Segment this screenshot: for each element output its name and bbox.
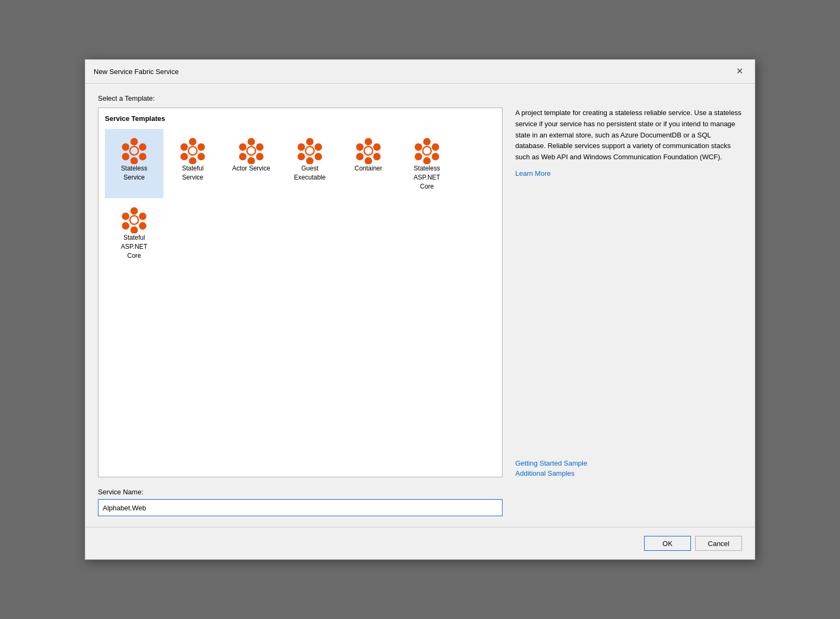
- svg-point-25: [298, 153, 305, 160]
- service-name-input[interactable]: [98, 499, 503, 516]
- svg-point-21: [306, 138, 314, 145]
- templates-grid: StatelessService: [105, 129, 496, 268]
- svg-point-15: [256, 143, 263, 151]
- svg-point-45: [130, 226, 138, 233]
- getting-started-link[interactable]: Getting Started Sample: [515, 459, 742, 467]
- svg-point-23: [315, 153, 322, 160]
- template-stateless-aspnet-core-label: StatelessASP.NETCore: [414, 164, 440, 191]
- template-actor-service[interactable]: Actor Service: [222, 129, 281, 198]
- svg-point-12: [180, 143, 188, 151]
- svg-point-19: [239, 143, 246, 151]
- svg-point-16: [256, 153, 263, 160]
- template-guest-executable-label: GuestExecutable: [294, 164, 325, 182]
- dialog-footer: OK Cancel: [85, 527, 755, 559]
- templates-panel: Service Templates: [98, 108, 503, 477]
- template-container-label: Container: [355, 164, 382, 173]
- dialog: New Service Fabric Service ✕ Select a Te…: [85, 59, 755, 560]
- info-panel: A project template for creating a statel…: [515, 108, 742, 477]
- svg-point-37: [432, 153, 439, 160]
- svg-point-18: [239, 153, 246, 160]
- template-stateful-aspnet-core[interactable]: StatefulASP.NETCore: [105, 198, 163, 267]
- stateless-service-icon: [120, 136, 148, 164]
- service-name-section: Service Name:: [98, 488, 742, 516]
- svg-point-27: [306, 146, 314, 155]
- service-name-label: Service Name:: [98, 488, 742, 496]
- svg-point-31: [365, 157, 372, 164]
- svg-point-34: [364, 146, 373, 155]
- svg-point-33: [356, 143, 364, 151]
- svg-point-7: [189, 138, 196, 145]
- additional-samples-link[interactable]: Additional Samples: [515, 469, 742, 477]
- svg-point-29: [373, 143, 381, 151]
- svg-point-40: [415, 143, 422, 151]
- template-stateful-service[interactable]: StatefulService: [163, 129, 222, 198]
- svg-point-20: [247, 146, 256, 155]
- dialog-body: Select a Template: Service Templates: [85, 84, 755, 527]
- select-template-label: Select a Template:: [98, 94, 742, 102]
- stateful-service-icon: [179, 136, 207, 164]
- svg-point-26: [298, 143, 305, 151]
- svg-point-41: [423, 146, 431, 155]
- svg-point-10: [189, 157, 196, 164]
- svg-point-2: [139, 153, 146, 160]
- svg-point-32: [356, 153, 364, 160]
- ok-button[interactable]: OK: [644, 536, 691, 551]
- template-container[interactable]: Container: [339, 129, 398, 198]
- templates-section-title: Service Templates: [105, 115, 496, 123]
- info-description: A project template for creating a statel…: [515, 108, 742, 163]
- learn-more-link[interactable]: Learn More: [515, 169, 550, 177]
- template-stateless-aspnet-core[interactable]: StatelessASP.NETCore: [398, 129, 456, 198]
- bottom-links: Getting Started Sample Additional Sample…: [515, 459, 742, 477]
- svg-point-6: [130, 146, 138, 155]
- svg-point-36: [432, 143, 439, 151]
- svg-point-1: [139, 143, 146, 151]
- svg-point-47: [122, 213, 129, 220]
- svg-point-13: [188, 146, 197, 155]
- template-stateless-service[interactable]: StatelessService: [105, 129, 163, 198]
- svg-point-4: [122, 153, 129, 160]
- svg-point-48: [130, 216, 138, 224]
- svg-point-46: [122, 222, 129, 230]
- svg-point-44: [139, 222, 146, 230]
- template-actor-service-label: Actor Service: [232, 164, 270, 173]
- actor-service-icon: [237, 136, 265, 164]
- svg-point-42: [130, 207, 138, 215]
- svg-point-43: [139, 213, 146, 220]
- svg-point-30: [373, 153, 381, 160]
- template-stateless-service-label: StatelessService: [121, 164, 147, 182]
- template-guest-executable[interactable]: GuestExecutable: [281, 129, 339, 198]
- dialog-title: New Service Fabric Service: [94, 68, 179, 76]
- svg-point-8: [197, 143, 205, 151]
- svg-point-9: [197, 153, 205, 160]
- svg-point-24: [306, 157, 314, 164]
- svg-point-0: [130, 138, 138, 145]
- svg-point-38: [423, 157, 431, 164]
- svg-point-28: [365, 138, 372, 145]
- main-content: Service Templates: [98, 108, 742, 477]
- close-button[interactable]: ✕: [733, 66, 746, 77]
- title-bar: New Service Fabric Service ✕: [85, 60, 755, 84]
- svg-point-35: [423, 138, 431, 145]
- svg-point-11: [180, 153, 188, 160]
- template-stateful-aspnet-core-label: StatefulASP.NETCore: [121, 233, 147, 260]
- cancel-button[interactable]: Cancel: [695, 536, 742, 551]
- svg-point-14: [248, 138, 255, 145]
- container-icon: [355, 136, 382, 164]
- svg-point-39: [415, 153, 422, 160]
- svg-point-17: [248, 157, 255, 164]
- svg-point-22: [315, 143, 322, 151]
- guest-executable-icon: [296, 136, 324, 164]
- stateless-aspnet-core-icon: [413, 136, 441, 164]
- svg-point-3: [130, 157, 138, 164]
- template-stateful-service-label: StatefulService: [182, 164, 204, 182]
- info-top: A project template for creating a statel…: [515, 108, 742, 177]
- stateful-aspnet-core-icon: [120, 206, 148, 233]
- svg-point-5: [122, 143, 129, 151]
